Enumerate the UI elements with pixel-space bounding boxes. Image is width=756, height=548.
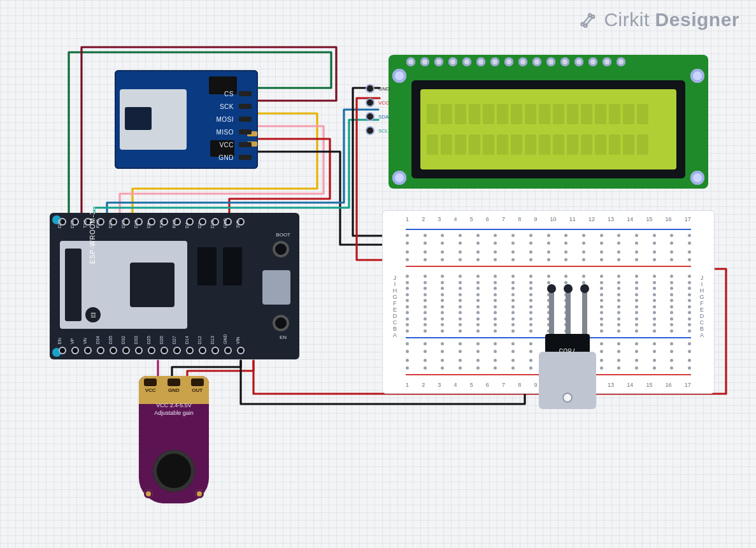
sd-pin-sck[interactable]: SCK [220, 102, 252, 111]
esp-pin-row-bottom: ENVPVND34D35D32D33D25D26D27D14D12D13GNDV… [59, 347, 245, 354]
boot-label: BOOT [276, 232, 290, 238]
esp-pin-d23[interactable]: D23 [59, 218, 66, 226]
en-button[interactable] [273, 315, 289, 331]
lcd-pin-sda[interactable]: SDA [366, 112, 390, 121]
brand-badge: Cirkit Designer [580, 9, 739, 31]
esp32-devkit[interactable]: D23D22TX0RX0D21D19D18D5TX2RX2D4D2D15GND3… [50, 213, 299, 359]
esp-pin-d14[interactable]: D14 [186, 347, 194, 354]
esp-pin-d2[interactable]: D2 [199, 218, 206, 226]
mic-pin-vcc: VCC [145, 387, 156, 393]
sd-slot [120, 89, 187, 150]
brand-text: Cirkit Designer [604, 9, 739, 31]
esp-pin-vn[interactable]: VN [84, 347, 92, 354]
microphone-capsule [153, 450, 195, 492]
esp-pin-row-top: D23D22TX0RX0D21D19D18D5TX2RX2D4D2D15GND3… [59, 218, 245, 226]
esp-pin-rx2[interactable]: RX2 [173, 218, 181, 226]
sd-pin-miso[interactable]: MISO [216, 127, 252, 136]
esp-pin-gnd[interactable]: GND [224, 218, 232, 226]
micro-sd-module[interactable]: CSSCKMOSIMISOVCCGND [115, 70, 258, 169]
esp-pin-d27[interactable]: D27 [173, 347, 181, 354]
regulator-leads [549, 288, 587, 338]
sd-pin-vcc[interactable]: VCC [219, 140, 252, 149]
esp-pin-d4[interactable]: D4 [186, 218, 194, 226]
bb-power-rails-top [406, 229, 691, 267]
sd-pin-cs[interactable]: CS [224, 89, 252, 98]
mic-module-text: VCC 2.4-5.5V Adjustable gain [139, 401, 209, 417]
esp-shield: ESP-WROOM-32 ☲ [60, 241, 187, 329]
shield-label: ESP-WROOM-32 [89, 206, 96, 264]
max4466-mic-module[interactable]: VCCGNDOUT VCC 2.4-5.5V Adjustable gain [139, 376, 209, 503]
esp-pin-d25[interactable]: D25 [148, 347, 155, 354]
wifi-icon: ☲ [85, 307, 101, 322]
mic-pin-labels: VCCGNDOUT [139, 387, 209, 393]
mount-hole [392, 171, 406, 185]
esp-pin-d32[interactable]: D32 [122, 347, 130, 354]
esp-pin-en[interactable]: EN [59, 347, 66, 354]
lcd-glass [420, 89, 676, 169]
bb-row-labels-right: JIHGFEDCBA [696, 275, 708, 329]
esp-pin-rx0[interactable]: RX0 [97, 218, 104, 226]
esp-pin-d18[interactable]: D18 [135, 218, 143, 226]
esp-pin-d35[interactable]: D35 [110, 347, 117, 354]
micro-usb-port [262, 270, 290, 305]
bb-row-labels-left: JIHGFEDCBA [389, 275, 401, 329]
mount-hole [392, 69, 406, 83]
lcd-solder-row [406, 57, 625, 66]
mount-holes [144, 489, 204, 498]
brand-icon [580, 11, 597, 29]
wire[interactable] [172, 361, 241, 376]
sd-pin-gnd[interactable]: GND [218, 153, 252, 162]
mic-pin-gnd: GND [168, 387, 180, 393]
esp-pin-vp[interactable]: VP [71, 347, 79, 354]
mic-pin-out: OUT [192, 387, 203, 393]
lcd-pin-scl[interactable]: SCL [366, 126, 390, 135]
esp-pin-d15[interactable]: D15 [211, 218, 219, 226]
esp-pin-vin[interactable]: VIN [237, 347, 245, 354]
regulator-tab [539, 352, 596, 409]
support-chips [197, 247, 242, 285]
lcd-pin-vcc[interactable]: VCC [366, 98, 390, 107]
esp-pin-d33[interactable]: D33 [135, 347, 143, 354]
esp-pin-tx2[interactable]: TX2 [160, 218, 168, 226]
sd-pin-header: CSSCKMOSIMISOVCCGND [216, 89, 252, 162]
esp-pin-d12[interactable]: D12 [199, 347, 206, 354]
esp-pin-3v3[interactable]: 3V3 [237, 218, 245, 226]
boot-button[interactable] [273, 241, 289, 257]
esp-pin-d5[interactable]: D5 [148, 218, 155, 226]
lcd-16x2-i2c[interactable]: GNDVCCSDASCL [389, 55, 708, 189]
mount-hole [690, 69, 704, 83]
en-label: EN [280, 335, 287, 340]
esp-pin-d19[interactable]: D19 [122, 218, 130, 226]
esp-pin-d21[interactable]: D21 [110, 218, 117, 226]
sd-card [125, 107, 152, 130]
wire[interactable] [187, 361, 253, 376]
mount-hole [690, 171, 704, 185]
regulator-7805[interactable]: 7805 [530, 288, 605, 409]
lcd-pin-gnd[interactable]: GND [366, 84, 390, 93]
esp-pin-gnd[interactable]: GND [224, 347, 232, 354]
esp-pin-d22[interactable]: D22 [71, 218, 79, 226]
esp-pin-d13[interactable]: D13 [211, 347, 219, 354]
esp-pin-d26[interactable]: D26 [160, 347, 168, 354]
bb-col-labels-top: 1234567891011121314151617 [406, 216, 691, 222]
design-canvas[interactable]: Cirkit Designer CSSCKMOSIMISOVCCGND GNDV… [0, 0, 756, 548]
esp-pin-d34[interactable]: D34 [97, 347, 104, 354]
sd-pin-mosi[interactable]: MOSI [216, 115, 252, 124]
lcd-i2c-pins: GNDVCCSDASCL [366, 84, 390, 135]
